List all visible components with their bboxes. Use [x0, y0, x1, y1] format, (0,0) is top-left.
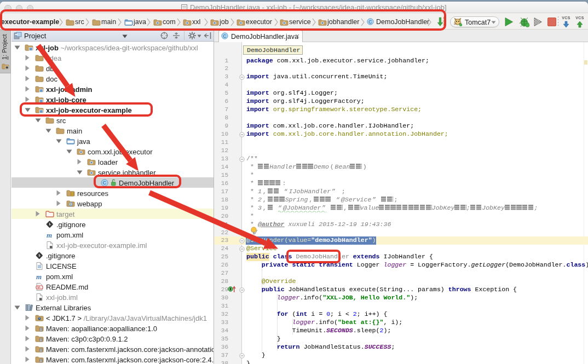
svg-text:M↓: M↓ — [37, 286, 42, 289]
svg-text:C: C — [223, 33, 227, 39]
svg-text:m: m — [47, 231, 52, 239]
svg-text:m: m — [36, 273, 42, 281]
